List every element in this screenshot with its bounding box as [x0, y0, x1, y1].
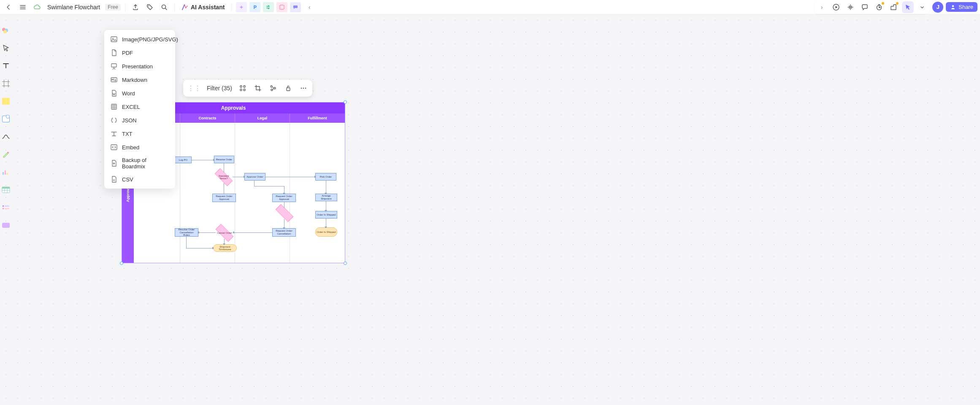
- svg-rect-27: [240, 89, 242, 91]
- export-item-label: Markdown: [122, 77, 147, 83]
- sparkle-icon[interactable]: [845, 1, 856, 13]
- export-txt[interactable]: TXT: [104, 127, 175, 140]
- tool-shapes-icon[interactable]: [1, 25, 11, 35]
- tool-table-icon[interactable]: [1, 185, 11, 195]
- grid-icon[interactable]: [238, 84, 247, 93]
- shape-arrange-shipment[interactable]: Arrange Shipment: [315, 194, 337, 201]
- share-button[interactable]: Share: [946, 2, 977, 12]
- comment-icon[interactable]: [859, 1, 871, 13]
- shape-approve-order[interactable]: Approve Order: [244, 173, 265, 181]
- connector: [186, 248, 213, 248]
- tool-navigate-icon[interactable]: [1, 43, 11, 53]
- connector: [254, 186, 284, 186]
- export-pdf[interactable]: PDF: [104, 46, 175, 59]
- arrow-icon: [223, 243, 225, 245]
- tool-note-icon[interactable]: [1, 96, 11, 106]
- tag-icon[interactable]: [144, 1, 156, 13]
- tool-rectangle-icon[interactable]: [1, 114, 11, 124]
- svg-rect-28: [244, 89, 245, 91]
- cloud-icon[interactable]: [31, 1, 43, 13]
- export-item-label: PDF: [122, 50, 133, 56]
- arrow-icon: [198, 231, 199, 234]
- link-icon[interactable]: [268, 84, 278, 93]
- shape-order-shipped-term[interactable]: Order Is Shipped: [315, 227, 337, 237]
- export-markdown[interactable]: Markdown: [104, 73, 175, 86]
- more-icon[interactable]: [299, 84, 308, 93]
- tool-connector-icon[interactable]: [1, 132, 11, 142]
- shape-approve-diamond[interactable]: [276, 207, 293, 219]
- chip-add-icon[interactable]: [236, 2, 247, 12]
- shape-request-cancellation[interactable]: Request Order Cancellation: [272, 228, 296, 237]
- lock-icon[interactable]: [284, 84, 293, 93]
- ai-assistant-button[interactable]: AI Assistant: [179, 1, 227, 13]
- chip-comment-icon[interactable]: [290, 2, 301, 12]
- svg-rect-32: [287, 88, 290, 91]
- shape-request-approval2[interactable]: Request Order Approval: [272, 194, 296, 202]
- lane-header-contracts[interactable]: Contracts: [180, 113, 235, 123]
- word-icon: [110, 89, 118, 97]
- export-word[interactable]: Word: [104, 86, 175, 100]
- export-excel[interactable]: EXCEL: [104, 100, 175, 113]
- left-sidebar: [0, 25, 12, 230]
- back-icon[interactable]: [3, 1, 14, 13]
- chip-p-icon[interactable]: P: [249, 2, 260, 12]
- collapse-left-icon[interactable]: ‹: [303, 1, 315, 13]
- menu-icon[interactable]: [17, 1, 29, 13]
- tool-frame-icon[interactable]: [1, 78, 11, 89]
- tool-card-icon[interactable]: [1, 220, 11, 230]
- export-icon[interactable]: [130, 1, 141, 13]
- shape-pick-order[interactable]: Pick Order: [315, 173, 336, 181]
- connector: [326, 201, 326, 211]
- shape-resolve-cancellation[interactable]: Resolve Order Cancellation Rules: [175, 228, 198, 237]
- shape-cancel-order[interactable]: Cancel Order: [216, 227, 233, 239]
- shape-request-approval[interactable]: Request Order Approval: [212, 194, 236, 202]
- right-toolbar: ›: [814, 0, 930, 14]
- chevron-down-icon[interactable]: [916, 1, 928, 13]
- play-icon[interactable]: [830, 1, 842, 13]
- search-icon[interactable]: [158, 1, 170, 13]
- export-csv[interactable]: CSV: [104, 173, 175, 186]
- embed-icon: [110, 143, 118, 151]
- export-json[interactable]: JSON: [104, 113, 175, 127]
- export-image[interactable]: Image(PNG/JPG/SVG): [104, 32, 175, 46]
- shape-standard-terms[interactable]: Standard Terms?: [215, 171, 233, 183]
- export-backup[interactable]: Backup of Boardmix: [104, 154, 175, 173]
- chip-share-icon[interactable]: [263, 2, 274, 12]
- ai-assistant-label: AI Assistant: [191, 4, 225, 11]
- selection-toolbar: ⋮⋮ Filter (35): [183, 80, 312, 97]
- lane-header-legal[interactable]: Legal: [235, 113, 290, 123]
- tool-list-icon[interactable]: [1, 202, 11, 213]
- tool-chart-icon[interactable]: [1, 167, 11, 177]
- svg-rect-26: [244, 86, 245, 87]
- svg-point-31: [271, 89, 273, 91]
- svg-point-6: [952, 5, 954, 7]
- lane-header-fulfillment[interactable]: Fulfillment: [290, 113, 345, 123]
- shape-receive-order[interactable]: Receive Order: [214, 156, 234, 163]
- drag-handle-icon[interactable]: ⋮⋮: [187, 84, 201, 92]
- export-item-label: Word: [122, 90, 135, 97]
- user-avatar[interactable]: J: [932, 2, 943, 13]
- selection-handle[interactable]: [344, 262, 347, 265]
- tool-pen-icon[interactable]: [1, 149, 11, 159]
- arrow-icon: [283, 193, 285, 194]
- expand-right-icon[interactable]: ›: [816, 1, 828, 13]
- shape-log-po[interactable]: Log PO: [175, 157, 192, 163]
- export-presentation[interactable]: Presentation: [104, 59, 175, 73]
- export-embed[interactable]: Embed: [104, 140, 175, 154]
- timer-icon[interactable]: [873, 1, 885, 13]
- csv-icon: [110, 176, 118, 183]
- chip-x-icon[interactable]: [276, 2, 287, 12]
- filter-label[interactable]: Filter (35): [207, 85, 232, 92]
- file-title[interactable]: Swimlane Flowchart: [47, 4, 100, 11]
- layers-icon[interactable]: [888, 1, 899, 13]
- crop-icon[interactable]: [253, 84, 263, 93]
- shape-order-shipped[interactable]: Order Is Shipped: [315, 211, 337, 219]
- shape-shipment-tombstone[interactable]: Shipment Tombstone: [213, 244, 237, 252]
- selection-handle[interactable]: [344, 100, 347, 104]
- selection-handle[interactable]: [120, 262, 123, 265]
- export-item-label: Backup of Boardmix: [122, 157, 169, 170]
- canvas[interactable]: Image(PNG/JPG/SVG) PDF Presentation Mark…: [0, 14, 980, 405]
- cursor-tool-icon[interactable]: [902, 1, 914, 13]
- connector: [284, 202, 284, 208]
- tool-text-icon[interactable]: [1, 61, 11, 71]
